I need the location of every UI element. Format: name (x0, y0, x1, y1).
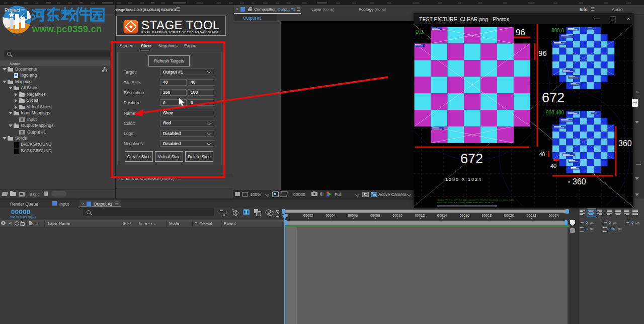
svg-text:360: 360 (573, 177, 586, 186)
svg-text:672: 672 (542, 90, 565, 105)
svg-text:96: 96 (538, 49, 547, 57)
svg-text:96: 96 (516, 28, 525, 37)
svg-text:0,0: 0,0 (416, 29, 423, 35)
svg-text:4: 4 (471, 83, 473, 86)
svg-text:800,480: 800,480 (546, 110, 565, 115)
svg-text:40: 40 (539, 152, 545, 157)
svg-text:40: 40 (550, 163, 556, 169)
svg-text:LEDWRAPPER PIC-SOFT by DIGITAN: LEDWRAPPER PIC-SOFT by DIGITANSION F. PR… (437, 199, 514, 201)
svg-text:Position/ Size 0,0 (MUST) S: Position/ Size 0,0 (MUST) SPEED:W700-061… (437, 202, 494, 204)
svg-text:360: 360 (618, 139, 632, 148)
svg-text:800,0: 800,0 (551, 28, 564, 33)
svg-text:1280 X 1024: 1280 X 1024 (445, 177, 482, 182)
svg-text:672: 672 (460, 151, 483, 166)
